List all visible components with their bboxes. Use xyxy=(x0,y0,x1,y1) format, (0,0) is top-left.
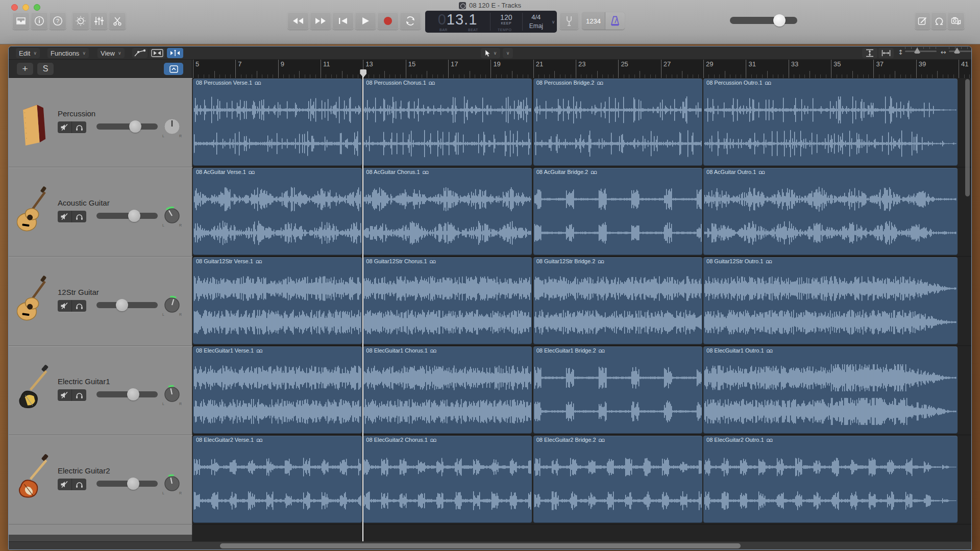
mute-button[interactable] xyxy=(58,211,72,222)
global-tracks-button[interactable] xyxy=(164,63,183,75)
region[interactable]: 08 AcGuitar Verse.1ΩΩ xyxy=(193,168,362,255)
inspector-button[interactable] xyxy=(31,12,48,30)
track-pan-knob[interactable]: L R xyxy=(162,206,182,227)
region[interactable]: 08 AcGuitar Bridge.2ΩΩ xyxy=(533,168,702,255)
cycle-button[interactable] xyxy=(400,12,421,30)
track-volume-slider[interactable] xyxy=(96,213,158,219)
track-pan-knob[interactable]: L R xyxy=(162,295,182,316)
region[interactable]: 08 ElecGuitar1 Outro.1ΩΩ xyxy=(703,346,958,434)
mute-button[interactable] xyxy=(58,300,72,312)
library-button[interactable] xyxy=(12,12,30,30)
horizontal-zoom-slider[interactable] xyxy=(949,51,971,52)
lcd-signature[interactable]: 4/4 Emaj xyxy=(523,11,550,33)
region[interactable]: 08 ElecGuitar2 Bridge.2ΩΩ xyxy=(533,436,702,523)
edit-menu[interactable]: Edit∨ xyxy=(16,48,40,58)
tracks-area[interactable]: 08 Percussion Verse.1ΩΩ08 Percussion Cho… xyxy=(192,78,972,542)
region[interactable]: 08 ElecGuitar2 Verse.1ΩΩ xyxy=(193,436,362,523)
horizontal-auto-zoom-button[interactable] xyxy=(878,48,894,58)
count-in-button[interactable]: 1234 xyxy=(582,12,605,30)
editors-button[interactable] xyxy=(109,12,126,30)
master-volume-thumb[interactable] xyxy=(773,14,786,27)
track-header-electric-guitar1[interactable]: Electric Guitar1 L R xyxy=(9,346,192,435)
region[interactable]: 08 AcGuitar Outro.1ΩΩ xyxy=(703,168,958,255)
track-volume-slider[interactable] xyxy=(96,302,158,308)
go-to-beginning-button[interactable] xyxy=(332,12,354,30)
horizontal-scrollbar-track[interactable] xyxy=(9,541,971,549)
master-volume-slider[interactable] xyxy=(730,17,797,24)
solo-button[interactable] xyxy=(72,211,86,222)
region[interactable]: 08 Guitar12Str Verse.1ΩΩ xyxy=(193,257,362,344)
track-header-electric-guitar2[interactable]: Electric Guitar2 L R xyxy=(9,435,192,524)
command-tool-menu[interactable]: ∨ xyxy=(503,48,513,58)
track-name[interactable]: Acoustic Guitar xyxy=(58,198,110,207)
lcd-menu-chevron[interactable]: ∨ xyxy=(550,11,557,33)
fast-forward-button[interactable] xyxy=(310,12,331,30)
region[interactable]: 08 Percussion Bridge.2ΩΩ xyxy=(533,79,702,166)
lcd-tempo[interactable]: 120 KEEP TEMPO xyxy=(491,11,522,33)
track-name[interactable]: 12Str Guitar xyxy=(58,288,99,296)
region[interactable]: 08 Percussion Outro.1ΩΩ xyxy=(703,79,958,166)
track-pan-knob[interactable]: L R xyxy=(162,384,182,406)
track-header-12str-guitar[interactable]: 12Str Guitar L R xyxy=(9,257,192,346)
smart-controls-button[interactable] xyxy=(72,12,89,30)
mixer-button[interactable] xyxy=(90,12,108,30)
apple-loops-button[interactable] xyxy=(931,12,947,30)
notepads-button[interactable] xyxy=(915,12,930,30)
record-button[interactable] xyxy=(377,12,399,30)
track-pan-knob[interactable]: L R xyxy=(162,473,182,495)
track-volume-thumb[interactable] xyxy=(116,299,128,311)
tuner-button[interactable] xyxy=(559,12,579,30)
track-name[interactable]: Electric Guitar1 xyxy=(58,377,110,386)
vertical-auto-zoom-button[interactable] xyxy=(862,48,877,58)
region[interactable]: 08 ElecGuitar1 Chorus.1ΩΩ xyxy=(363,346,532,434)
track-volume-slider[interactable] xyxy=(96,123,158,130)
mute-button[interactable] xyxy=(58,389,72,401)
vertical-scrollbar[interactable] xyxy=(965,79,970,196)
lcd-position[interactable]: 013.1 BAR BEAT xyxy=(425,11,490,33)
bar-ruler[interactable]: 57911131517192123252729313335373941 xyxy=(192,60,972,78)
metronome-button[interactable] xyxy=(605,12,625,30)
horizontal-scrollbar-thumb[interactable] xyxy=(220,543,741,548)
region[interactable]: 08 ElecGuitar1 Verse.1ΩΩ xyxy=(193,346,362,434)
track-header-percussion[interactable]: Percussion L R xyxy=(9,78,192,167)
track-volume-thumb[interactable] xyxy=(128,210,140,222)
track-volume-thumb[interactable] xyxy=(129,120,141,133)
track-volume-slider[interactable] xyxy=(96,481,158,487)
region[interactable]: 08 ElecGuitar2 Outro.1ΩΩ xyxy=(703,436,958,523)
solo-button[interactable] xyxy=(72,389,86,401)
region[interactable]: 08 Guitar12Str Bridge.2ΩΩ xyxy=(533,257,702,344)
quick-help-button[interactable]: ? xyxy=(49,12,66,30)
region[interactable]: 08 Percussion Verse.1ΩΩ xyxy=(193,79,362,166)
catch-playhead-button[interactable] xyxy=(167,48,183,58)
region[interactable]: 08 Guitar12Str Outro.1ΩΩ xyxy=(703,257,958,344)
track-name[interactable]: Percussion xyxy=(58,109,95,118)
media-browser-button[interactable] xyxy=(947,12,965,30)
functions-menu[interactable]: Functions∨ xyxy=(47,48,89,58)
track-name[interactable]: Electric Guitar2 xyxy=(58,466,110,475)
track-header-acoustic-guitar[interactable]: Acoustic Guitar L R xyxy=(9,167,192,257)
solo-mode-button[interactable]: S xyxy=(37,63,54,75)
track-volume-slider[interactable] xyxy=(96,391,158,397)
vertical-zoom-slider[interactable] xyxy=(905,51,937,52)
solo-button[interactable] xyxy=(72,121,86,133)
track-lane[interactable]: 08 ElecGuitar1 Verse.1ΩΩ08 ElecGuitar1 C… xyxy=(192,346,972,435)
region[interactable]: 08 ElecGuitar1 Bridge.2ΩΩ xyxy=(533,346,702,434)
flex-button[interactable] xyxy=(150,48,165,58)
region[interactable]: 08 AcGuitar Chorus.1ΩΩ xyxy=(363,168,532,255)
lcd-display[interactable]: 013.1 BAR BEAT 120 KEEP TEMPO 4/4 Emaj ∨ xyxy=(425,11,557,33)
playhead-line[interactable] xyxy=(362,76,363,542)
view-menu[interactable]: View∨ xyxy=(97,48,125,58)
track-volume-thumb[interactable] xyxy=(127,478,139,490)
solo-button[interactable] xyxy=(72,479,86,490)
play-button[interactable] xyxy=(355,12,376,30)
automation-button[interactable] xyxy=(132,48,148,58)
solo-button[interactable] xyxy=(72,300,86,312)
region[interactable]: 08 Guitar12Str Chorus.1ΩΩ xyxy=(363,257,532,344)
track-volume-thumb[interactable] xyxy=(127,388,139,400)
pointer-tool-menu[interactable]: ∨ xyxy=(481,48,500,58)
track-lane[interactable]: 08 Guitar12Str Verse.1ΩΩ08 Guitar12Str C… xyxy=(192,257,972,346)
track-lane[interactable]: 08 ElecGuitar2 Verse.1ΩΩ08 ElecGuitar2 C… xyxy=(192,435,972,524)
region[interactable]: 08 ElecGuitar2 Chorus.1ΩΩ xyxy=(363,436,532,523)
track-lane[interactable]: 08 Percussion Verse.1ΩΩ08 Percussion Cho… xyxy=(192,78,972,167)
add-track-button[interactable]: + xyxy=(17,63,33,75)
